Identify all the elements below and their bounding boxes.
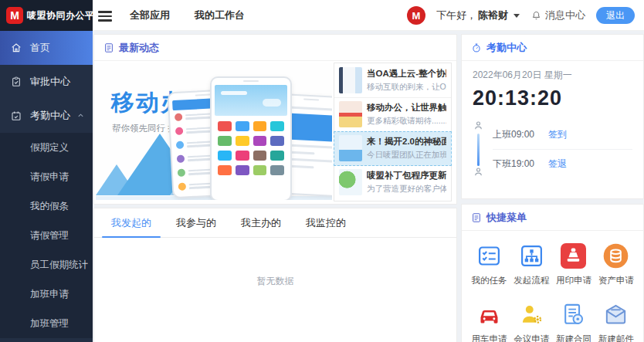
message-center-label: 消息中心 — [545, 8, 585, 22]
news-desc: 移动互联的到来，让OA与云 — [367, 82, 446, 93]
news-item[interactable]: 当OA遇上云-整个协同OA移动互联的到来，让OA与云 — [334, 63, 451, 98]
check-out-link[interactable]: 签退 — [548, 157, 567, 171]
username: 陈裕财 — [478, 8, 508, 22]
news-item[interactable]: 唛盟补丁包程序更新为了营造更好的客户体验，唛 — [334, 165, 451, 200]
quick-menu-title: 快捷菜单 — [486, 211, 527, 225]
stopwatch-icon — [471, 42, 482, 53]
message-center-button[interactable]: 消息中心 — [530, 8, 585, 22]
submenu-item-leave-request[interactable]: 请假申请 — [0, 162, 93, 191]
check-out-label: 下班19:00 — [493, 157, 548, 171]
tab-monitored-by-me[interactable]: 我监控的 — [293, 208, 358, 237]
check-out-row: 下班19:00 签退 — [493, 149, 632, 178]
logo-block: M 唛盟协同办公平台 — [0, 0, 93, 31]
news-title: 移动办公，让世界触手可 — [367, 102, 446, 113]
tab-participated-by-me[interactable]: 我参与的 — [164, 208, 229, 237]
quick-item-label: 发起流程 — [514, 275, 549, 286]
news-item-highlighted[interactable]: 来！揭开2.0的神秘面纱-今日唛盟团队正在加班加点， — [334, 131, 452, 166]
check-in-link[interactable]: 签到 — [548, 128, 567, 141]
tab-hosted-by-me[interactable]: 我主办的 — [229, 208, 293, 237]
mobile-office-banner: 移动办公 帮你领先同行 把工作带出办公室 — [96, 63, 332, 200]
flow-icon — [519, 243, 544, 269]
task-icon — [476, 243, 502, 269]
header-right: M 下午好，陈裕财 消息中心 退出 — [407, 0, 635, 31]
quick-item-my-tasks[interactable]: 我的任务 — [468, 243, 510, 286]
news-title: 来！揭开2.0的神秘面纱- — [367, 136, 446, 147]
car-icon — [476, 302, 502, 327]
top-nav: 全部应用 我的工作台 — [130, 0, 245, 31]
news-desc: 更多精彩敬请期待........ — [367, 116, 446, 127]
quick-item-new-contract[interactable]: 新建合同 — [553, 302, 595, 342]
news-thumbnail — [339, 67, 362, 93]
quick-item-asset-request[interactable]: 资产申请 — [595, 243, 637, 286]
submenu-item-overtime-management[interactable]: 加班管理 — [0, 309, 93, 338]
news-panel-title: 最新动态 — [119, 41, 159, 55]
submenu-item-employee-leave-stats[interactable]: 员工假期统计 — [0, 250, 93, 279]
sidebar-item-label: 考勤中心 — [30, 109, 70, 123]
attendance-submenu: 假期定义 请假申请 我的假条 请假管理 员工假期统计 加班申请 加班管理 — [0, 133, 93, 338]
stamp-icon — [561, 243, 586, 269]
attendance-panel: 考勤中心 2022年06月20日 星期一 20:13:20 上班09:00 签到… — [461, 34, 644, 199]
meeting-icon — [519, 302, 544, 327]
oa-platform-app: M 唛盟协同办公平台 全部应用 我的工作台 M 下午好，陈裕财 消息中心 退出 … — [0, 0, 644, 342]
person-icon — [473, 166, 484, 178]
quick-item-meeting-request[interactable]: 会议申请 — [510, 302, 553, 342]
chevron-up-icon — [76, 111, 85, 120]
quick-menu-header: 快捷菜单 — [462, 205, 643, 231]
avatar[interactable]: M — [407, 6, 425, 25]
news-panel-header: 最新动态 — [94, 35, 456, 61]
greeting-text: 下午好， — [436, 8, 476, 22]
clipboard-icon — [10, 76, 22, 88]
quick-item-label: 资产申请 — [598, 275, 634, 286]
empty-state-text: 暂无数据 — [94, 275, 456, 288]
news-thumbnail — [339, 169, 362, 195]
quick-item-label: 用印申请 — [556, 275, 591, 286]
attendance-body: 2022年06月20日 星期一 20:13:20 上班09:00 签到 下班19… — [462, 61, 643, 178]
attendance-date: 2022年06月20日 星期一 — [473, 69, 632, 82]
submenu-item-my-leave-slips[interactable]: 我的假条 — [0, 191, 93, 221]
submenu-item-holiday-definition[interactable]: 假期定义 — [0, 133, 93, 162]
user-greeting[interactable]: 下午好，陈裕财 — [436, 8, 520, 22]
check-in-row: 上班09:00 签到 — [493, 120, 632, 149]
nav-my-workspace[interactable]: 我的工作台 — [195, 8, 245, 22]
nav-all-apps[interactable]: 全部应用 — [130, 8, 170, 22]
submenu-item-overtime-request[interactable]: 加班申请 — [0, 279, 93, 309]
app-title: 唛盟协同办公平台 — [27, 9, 104, 22]
document-icon — [103, 42, 114, 53]
menu-collapse-icon[interactable] — [98, 8, 112, 22]
attendance-panel-header: 考勤中心 — [462, 35, 643, 61]
check-in-label: 上班09:00 — [493, 128, 548, 141]
logout-button[interactable]: 退出 — [596, 7, 635, 24]
sidebar-item-attendance-center[interactable]: 考勤中心 — [0, 99, 93, 133]
contract-icon — [561, 302, 586, 327]
news-thumbnail — [339, 101, 362, 127]
quick-item-label: 用车申请 — [471, 334, 507, 342]
news-item[interactable]: 移动办公，让世界触手可更多精彩敬请期待........ — [334, 98, 451, 133]
quick-item-vehicle-request[interactable]: 用车申请 — [468, 302, 510, 342]
chevron-down-icon — [514, 14, 520, 18]
submenu-item-leave-management[interactable]: 请假管理 — [0, 221, 93, 250]
tab-initiated-by-me[interactable]: 我发起的 — [99, 208, 164, 237]
quick-item-label: 新建邮件 — [598, 334, 634, 342]
sidebar-item-label: 首页 — [30, 41, 50, 55]
news-desc: 今日唛盟团队正在加班加点， — [367, 150, 446, 161]
news-desc: 为了营造更好的客户体验，唛 — [367, 184, 446, 195]
sidebar-item-approval-center[interactable]: 审批中心 — [0, 65, 93, 99]
person-icon — [473, 120, 484, 131]
quick-item-seal-request[interactable]: 用印申请 — [553, 243, 595, 286]
sidebar-item-label: 审批中心 — [30, 75, 70, 89]
quick-menu-panel: 快捷菜单 我的任务 发起流程 用印申请 资产申请 用车申请 — [461, 204, 644, 342]
app-logo-icon: M — [6, 7, 23, 24]
attendance-panel-title: 考勤中心 — [486, 41, 527, 55]
news-list: 当OA遇上云-整个协同OA移动互联的到来，让OA与云 移动办公，让世界触手可更多… — [334, 63, 452, 201]
sidebar-item-home[interactable]: 首页 — [0, 31, 93, 65]
news-title: 当OA遇上云-整个协同OA — [367, 68, 446, 80]
quick-item-new-mail[interactable]: 新建邮件 — [595, 302, 637, 342]
quick-menu-grid: 我的任务 发起流程 用印申请 资产申请 用车申请 会议申请 — [462, 231, 643, 342]
quick-item-start-flow[interactable]: 发起流程 — [510, 243, 553, 286]
news-title: 唛盟补丁包程序更新 — [367, 170, 446, 181]
latest-news-panel: 最新动态 移动办公 帮你领先同行 把工作带出办公室 — [93, 34, 457, 205]
news-thumbnail — [339, 135, 362, 161]
document-icon — [471, 212, 482, 223]
quick-item-label: 新建合同 — [556, 334, 591, 342]
quick-item-label: 我的任务 — [471, 275, 507, 286]
